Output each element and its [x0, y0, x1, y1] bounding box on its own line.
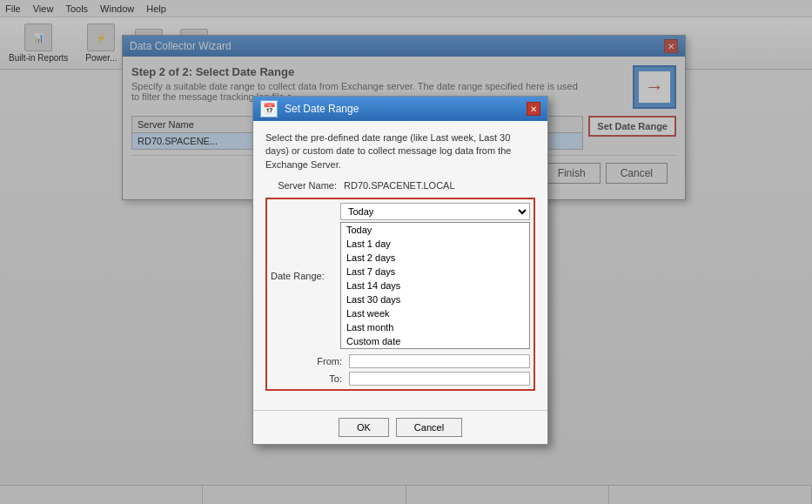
- option-last30[interactable]: Last 30 days: [341, 292, 529, 306]
- date-dialog-content: Select the pre-defined date range (like …: [253, 121, 547, 410]
- to-label: To:: [271, 373, 349, 384]
- to-row: To:: [271, 372, 530, 386]
- ok-btn[interactable]: OK: [339, 418, 389, 437]
- dialog-buttons: OK Cancel: [253, 410, 547, 444]
- option-today[interactable]: Today: [341, 223, 529, 237]
- calendar-icon: 📅: [260, 100, 278, 118]
- date-dialog-close-btn[interactable]: ✕: [527, 102, 540, 116]
- date-range-container: Date Range: TodayLast 1 dayLast 2 daysLa…: [265, 198, 535, 391]
- date-range-label: Date Range:: [271, 271, 340, 281]
- option-last14[interactable]: Last 14 days: [341, 279, 529, 292]
- date-dialog-title: Set Date Range: [285, 103, 359, 115]
- date-range-row: Date Range: TodayLast 1 dayLast 2 daysLa…: [271, 203, 530, 349]
- date-dialog-desc: Select the pre-defined date range (like …: [265, 131, 535, 171]
- date-range-select[interactable]: TodayLast 1 dayLast 2 daysLast 7 daysLas…: [340, 203, 530, 220]
- option-last2[interactable]: Last 2 days: [341, 251, 529, 265]
- date-dialog-titlebar: 📅 Set Date Range ✕: [253, 97, 547, 121]
- server-name-row: Server Name: RD70.SPACENET.LOCAL: [265, 180, 535, 191]
- option-last-month[interactable]: Last month: [341, 320, 529, 334]
- option-last7[interactable]: Last 7 days: [341, 265, 529, 279]
- option-last-week[interactable]: Last week: [341, 306, 529, 320]
- option-custom[interactable]: Custom date: [341, 334, 529, 348]
- from-input[interactable]: [349, 354, 530, 368]
- dialog-cancel-btn[interactable]: Cancel: [396, 418, 462, 437]
- date-select-wrapper: TodayLast 1 dayLast 2 daysLast 7 daysLas…: [340, 203, 530, 349]
- date-dialog: 📅 Set Date Range ✕ Select the pre-define…: [252, 96, 548, 445]
- to-input[interactable]: [349, 372, 530, 386]
- option-last1[interactable]: Last 1 day: [341, 237, 529, 251]
- server-name-label: Server Name:: [265, 180, 344, 191]
- date-range-dropdown-open: Today Last 1 day Last 2 days Last 7 days…: [340, 222, 530, 349]
- from-label: From:: [271, 356, 349, 366]
- from-row: From:: [271, 354, 530, 368]
- server-name-value: RD70.SPACENET.LOCAL: [344, 180, 535, 191]
